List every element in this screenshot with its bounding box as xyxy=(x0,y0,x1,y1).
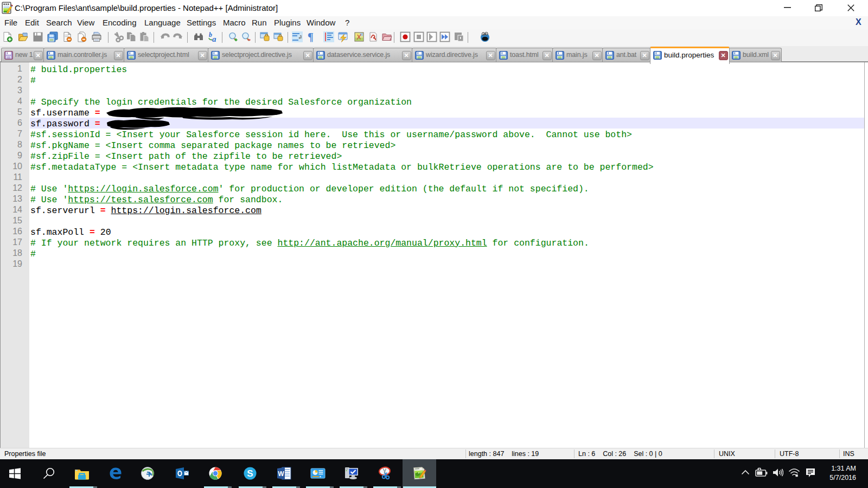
svg-text:¶: ¶ xyxy=(308,31,314,42)
svg-text:a: a xyxy=(212,35,216,42)
svg-text:S: S xyxy=(247,468,253,479)
svg-text:W: W xyxy=(278,470,284,478)
